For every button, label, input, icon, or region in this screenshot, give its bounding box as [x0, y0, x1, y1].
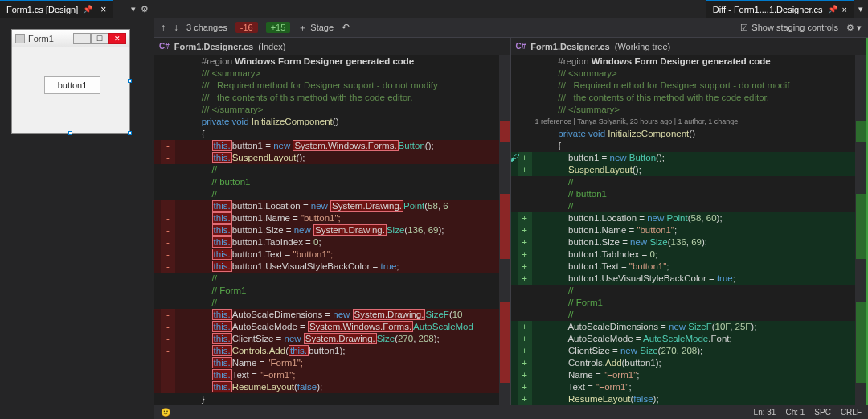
indent-mode[interactable]: SPC	[814, 408, 831, 417]
form-titlebar: Form1 — ☐ ✕	[12, 30, 129, 47]
form-window[interactable]: Form1 — ☐ ✕ button1	[11, 29, 130, 134]
deletions-badge: -16	[235, 22, 258, 33]
left-code-area[interactable]: #region Windows Form Designer generated …	[154, 55, 510, 419]
design-tab-bar: Form1.cs [Design] 📌 × ▾ ⚙	[0, 0, 154, 18]
design-tab[interactable]: Form1.cs [Design] 📌 ×	[0, 0, 113, 18]
minimize-icon: —	[73, 33, 91, 44]
diff-body: C# Form1.Designer.cs (Index) #region Win…	[154, 38, 868, 419]
undo-icon[interactable]: ↶	[342, 22, 350, 33]
csharp-icon: C#	[159, 42, 170, 51]
form-icon	[15, 34, 25, 43]
resize-grip[interactable]	[128, 131, 132, 135]
diff-tab[interactable]: Diff - Form1....1.Designer.cs 📌 ×	[706, 0, 854, 18]
diff-toolbar: ↑ ↓ 3 changes -16 +15 ＋ Stage ↶ ☑ Show s…	[154, 18, 868, 38]
left-pane-header: C# Form1.Designer.cs (Index)	[154, 38, 510, 55]
additions-badge: +15	[266, 22, 291, 33]
pin-icon[interactable]: 📌	[83, 5, 92, 14]
right-status-bar: 🙂 Ln: 31 Ch: 1 SPC CRLF	[511, 405, 869, 419]
line-ending[interactable]: CRLF	[841, 408, 862, 417]
dropdown-icon[interactable]: ▾	[858, 4, 863, 14]
right-code-area[interactable]: #region Windows Form Designer generated …	[511, 55, 867, 419]
window-close-icon: ✕	[108, 33, 126, 44]
lightbulb-icon[interactable]: 🖌	[511, 152, 519, 164]
button1-control[interactable]: button1	[44, 76, 100, 94]
codelens[interactable]: 1 reference | Tanya Solyanik, 23 hours a…	[535, 116, 739, 128]
prev-change-button[interactable]: ↑	[161, 22, 166, 33]
diff-tab-bar: Diff - Form1....1.Designer.cs 📌 × ▾	[154, 0, 868, 18]
show-staging-toggle[interactable]: ☑ Show staging controls	[740, 23, 838, 33]
form-body[interactable]: button1	[12, 47, 129, 133]
close-icon[interactable]: ×	[842, 5, 847, 14]
pin-icon[interactable]: 📌	[828, 5, 837, 14]
diff-right-pane: C# Form1.Designer.cs (Working tree) #reg…	[511, 38, 869, 419]
maximize-icon: ☐	[91, 33, 108, 44]
close-icon[interactable]: ×	[100, 4, 106, 15]
design-tab-label: Form1.cs [Design]	[6, 5, 78, 14]
diff-tab-label: Diff - Form1....1.Designer.cs	[713, 5, 823, 14]
resize-grip[interactable]	[128, 79, 132, 83]
dropdown-icon[interactable]: ▾	[131, 4, 136, 14]
stage-button[interactable]: ＋ Stage	[298, 22, 334, 34]
resize-grip[interactable]	[68, 131, 72, 135]
overview-ruler[interactable]	[855, 55, 866, 419]
right-pane-header: C# Form1.Designer.cs (Working tree)	[511, 38, 867, 55]
diff-left-pane: C# Form1.Designer.cs (Index) #region Win…	[154, 38, 511, 419]
overview-ruler[interactable]	[499, 55, 510, 419]
changes-count: 3 changes	[186, 23, 227, 32]
line-number[interactable]: Ln: 31	[754, 408, 776, 417]
char-number[interactable]: Ch: 1	[785, 408, 805, 417]
designer-surface[interactable]: Form1 — ☐ ✕ button1	[0, 18, 154, 419]
settings-gear-icon[interactable]: ⚙ ▾	[846, 23, 862, 33]
gear-icon[interactable]: ⚙	[141, 4, 149, 14]
form-title-text: Form1	[28, 34, 54, 43]
csharp-icon: C#	[516, 42, 526, 51]
next-change-button[interactable]: ↓	[174, 22, 178, 33]
